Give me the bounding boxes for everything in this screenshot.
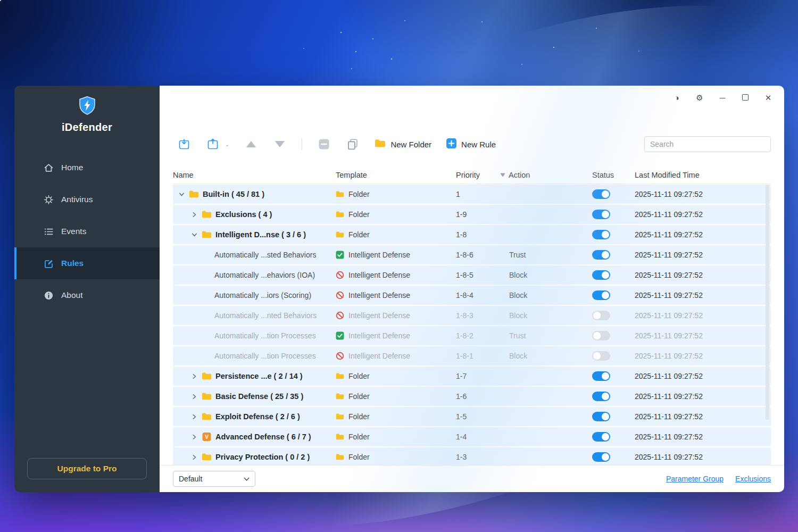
new-folder-button[interactable]: New Folder	[375, 138, 431, 150]
trust-check-icon	[336, 331, 344, 340]
status-toggle[interactable]	[592, 371, 610, 381]
status-toggle[interactable]	[592, 311, 610, 320]
settings-gear-icon[interactable]: ⚙	[695, 94, 704, 102]
action-filter-icon[interactable]	[500, 173, 505, 177]
rule-name: Automatically ...nted Behaviors	[214, 311, 317, 320]
toolbar-separator	[302, 138, 302, 150]
sidebar-item-label: Antivirus	[61, 195, 93, 204]
status-toggle[interactable]	[592, 392, 610, 401]
main-panel: ◑ ⚙ ─ ✕ ⌄	[160, 86, 784, 492]
status-toggle[interactable]	[592, 210, 610, 219]
folder-icon	[202, 392, 212, 401]
status-toggle[interactable]	[592, 270, 610, 280]
table-row[interactable]: VAdvanced Defense ( 6 / 7 )Folder1-42025…	[173, 427, 771, 446]
minimize-icon[interactable]: ─	[718, 94, 727, 102]
rule-name-cell: Automatically ...iors (Scoring)	[173, 291, 336, 300]
table-row[interactable]: Automatically ...ehaviors (IOA)Intellige…	[173, 265, 771, 285]
sidebar-item-antivirus[interactable]: Antivirus	[14, 184, 160, 215]
template-cell: Intelligent Defense	[336, 271, 456, 279]
table-row[interactable]: Intelligent D...nse ( 3 / 6 )Folder1-820…	[173, 225, 771, 244]
table-row[interactable]: Automatically ...nted BehaviorsIntellige…	[173, 306, 771, 325]
modified-time-cell: 2025-11-11 09:27:52	[635, 331, 771, 340]
vertical-scrollbar[interactable]	[766, 185, 769, 420]
column-header-status[interactable]: Status	[592, 171, 635, 179]
maximize-icon[interactable]	[741, 94, 750, 102]
template-label: Intelligent Defense	[348, 251, 410, 259]
rule-name-cell: Automatically ...ehaviors (IOA)	[173, 271, 336, 279]
sidebar-item-events[interactable]: Events	[14, 215, 160, 247]
priority-cell: 1-7	[456, 372, 509, 380]
status-cell	[592, 412, 635, 421]
theme-contrast-icon[interactable]: ◑	[672, 94, 681, 102]
priority-cell: 1-3	[456, 453, 509, 461]
status-toggle[interactable]	[592, 250, 610, 260]
column-header-name[interactable]: Name	[173, 171, 336, 179]
status-toggle[interactable]	[592, 230, 610, 239]
new-folder-label: New Folder	[390, 140, 431, 149]
folder-icon	[336, 392, 344, 401]
rule-name: Privacy Protection ( 0 / 2 )	[215, 453, 310, 461]
modified-time-cell: 2025-11-11 09:27:52	[635, 190, 771, 198]
parameter-group-link[interactable]: Parameter Group	[666, 475, 724, 483]
expander-expand-icon[interactable]	[191, 454, 198, 461]
rule-name-cell: Intelligent D...nse ( 3 / 6 )	[173, 230, 336, 239]
status-toggle[interactable]	[592, 331, 610, 340]
rules-table-body: Built-in ( 45 / 81 )Folder12025-11-11 09…	[173, 185, 771, 465]
modified-time-cell: 2025-11-11 09:27:52	[635, 372, 771, 380]
sidebar-item-home[interactable]: Home	[14, 152, 160, 184]
table-row[interactable]: Basic Defense ( 25 / 35 )Folder1-62025-1…	[173, 387, 771, 406]
expander-collapse-icon[interactable]	[178, 191, 185, 198]
new-rule-button[interactable]: New Rule	[446, 138, 496, 150]
sidebar-item-rules[interactable]: Rules	[14, 247, 160, 279]
export-options-caret-icon[interactable]: ⌄	[225, 142, 229, 147]
rule-name: Exploit Defense ( 2 / 6 )	[215, 412, 300, 421]
status-toggle[interactable]	[592, 290, 610, 300]
expander-collapse-icon[interactable]	[191, 231, 198, 238]
template-label: Folder	[348, 412, 370, 421]
group-select-dropdown[interactable]: Default	[173, 471, 255, 487]
close-icon[interactable]: ✕	[764, 94, 772, 102]
table-row[interactable]: Privacy Protection ( 0 / 2 )Folder1-3202…	[173, 447, 771, 465]
new-rule-label: New Rule	[461, 140, 496, 149]
move-down-icon[interactable]	[273, 137, 287, 151]
move-up-icon[interactable]	[244, 137, 258, 151]
status-toggle[interactable]	[592, 412, 610, 421]
table-row[interactable]: Automatically ...sted BehaviorsIntellige…	[173, 245, 771, 264]
table-row[interactable]: Exclusions ( 4 )Folder1-92025-11-11 09:2…	[173, 205, 771, 224]
export-rules-icon[interactable]	[206, 137, 220, 151]
idefender-window: iDefender HomeAntivirusEventsRulesAbout …	[14, 86, 784, 492]
rule-name-cell: Persistence ...e ( 2 / 14 )	[173, 372, 336, 380]
folder-icon	[202, 372, 212, 380]
status-toggle[interactable]	[592, 432, 610, 442]
table-row[interactable]: Persistence ...e ( 2 / 14 )Folder1-72025…	[173, 367, 771, 386]
expander-expand-icon[interactable]	[191, 413, 198, 420]
toolbar: ⌄ New Folder	[173, 134, 771, 155]
column-header-template[interactable]: Template	[336, 171, 456, 179]
table-row[interactable]: Automatically ...iors (Scoring)Intellige…	[173, 286, 771, 305]
exclusions-link[interactable]: Exclusions	[735, 475, 771, 483]
table-row[interactable]: Built-in ( 45 / 81 )Folder12025-11-11 09…	[173, 185, 771, 204]
search-input[interactable]	[644, 136, 771, 152]
status-toggle[interactable]	[592, 189, 610, 199]
status-toggle[interactable]	[592, 351, 610, 361]
sidebar-item-about[interactable]: About	[14, 279, 160, 311]
template-cell: Folder	[336, 412, 456, 421]
expander-expand-icon[interactable]	[191, 393, 198, 400]
folder-icon	[336, 412, 344, 421]
table-row[interactable]: Automatically ...tion ProcessesIntellige…	[173, 326, 771, 345]
expander-expand-icon[interactable]	[191, 434, 198, 440]
delete-rule-icon[interactable]	[317, 137, 331, 151]
priority-cell: 1-4	[456, 433, 509, 441]
table-row[interactable]: Exploit Defense ( 2 / 6 )Folder1-52025-1…	[173, 407, 771, 426]
column-header-action[interactable]: Action	[509, 171, 592, 179]
expander-expand-icon[interactable]	[191, 211, 198, 218]
rule-name-cell: Automatically ...sted Behaviors	[173, 251, 336, 259]
column-header-modified[interactable]: Last Modified Time	[635, 171, 771, 179]
rule-name: Automatically ...sted Behaviors	[214, 251, 316, 259]
copy-rule-icon[interactable]	[346, 137, 360, 151]
status-toggle[interactable]	[592, 452, 610, 462]
expander-expand-icon[interactable]	[191, 373, 198, 380]
upgrade-to-pro-button[interactable]: Upgrade to Pro	[27, 458, 147, 479]
table-row[interactable]: Automatically ...tion ProcessesIntellige…	[173, 346, 771, 365]
import-rules-icon[interactable]	[177, 137, 191, 151]
